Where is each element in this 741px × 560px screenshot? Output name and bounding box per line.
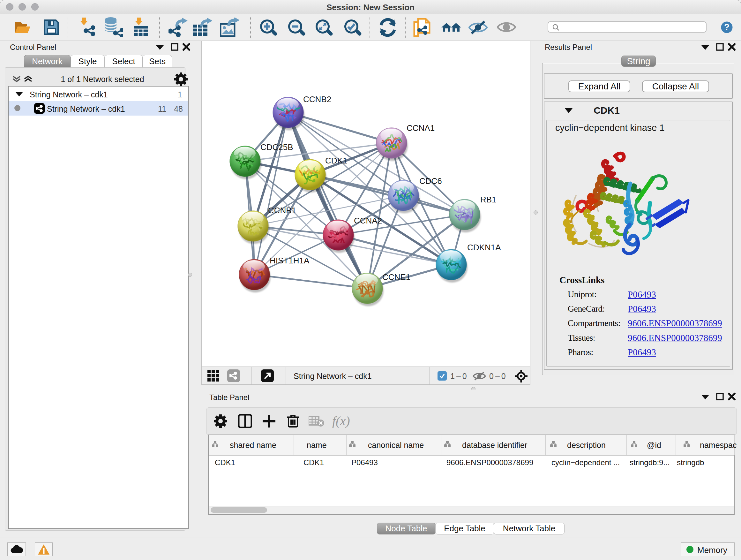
svg-text:CCNB2: CCNB2 bbox=[303, 95, 331, 104]
svg-text:CDKN1A: CDKN1A bbox=[467, 243, 501, 252]
svg-text:?: ? bbox=[724, 22, 730, 32]
svg-text:CDC6: CDC6 bbox=[419, 176, 442, 186]
svg-text:RB1: RB1 bbox=[480, 195, 496, 204]
svg-text:CCNB1: CCNB1 bbox=[268, 206, 296, 215]
svg-text:CCNA1: CCNA1 bbox=[407, 123, 434, 133]
svg-text:HIST1H1A: HIST1H1A bbox=[270, 256, 310, 265]
svg-text:CCNA2: CCNA2 bbox=[354, 216, 382, 226]
svg-text:CDK1: CDK1 bbox=[325, 156, 347, 165]
svg-text:CDC25B: CDC25B bbox=[260, 142, 293, 152]
svg-text:CCNE1: CCNE1 bbox=[382, 272, 410, 282]
